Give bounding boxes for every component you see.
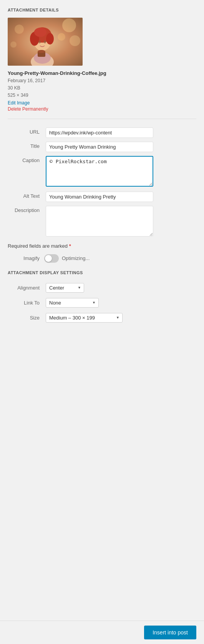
insert-into-post-button[interactable]: Insert into post: [144, 626, 196, 639]
alignment-select-wrapper: Center None Left Right: [46, 283, 84, 293]
svg-point-17: [38, 50, 45, 53]
url-label: URL: [8, 126, 44, 140]
svg-point-4: [15, 25, 24, 34]
imagify-row: Imagify Optimizing...: [8, 254, 196, 263]
size-row: Size Medium – 300 × 199 Thumbnail – 150 …: [8, 310, 196, 325]
display-form: Alignment Center None Left Right: [8, 280, 196, 325]
required-star: *: [69, 243, 71, 249]
alignment-row: Alignment Center None Left Right: [8, 280, 196, 295]
alignment-label: Alignment: [8, 280, 44, 295]
imagify-label: Imagify: [8, 255, 44, 261]
svg-point-3: [70, 35, 80, 46]
file-dimensions: 525 × 349: [8, 92, 196, 99]
imagify-status: Optimizing...: [62, 255, 90, 261]
alignment-select[interactable]: Center None Left Right: [46, 283, 84, 293]
description-row: Description: [8, 204, 196, 240]
toggle-knob: [45, 255, 52, 262]
svg-point-2: [58, 33, 65, 41]
alt-text-row: Alt Text: [8, 190, 196, 204]
size-select-wrapper: Medium – 300 × 199 Thumbnail – 150 × 150…: [46, 313, 123, 323]
title-row: Title: [8, 140, 196, 154]
attachment-form: URL Title Caption Alt Text: [8, 126, 196, 240]
imagify-content: Optimizing...: [44, 254, 90, 263]
svg-point-13: [34, 28, 46, 37]
imagify-toggle[interactable]: [44, 254, 59, 263]
description-textarea[interactable]: [46, 206, 153, 237]
caption-textarea[interactable]: [46, 156, 153, 187]
attachment-details-section: ATTACHMENT DETAILS: [8, 8, 196, 112]
svg-point-15: [44, 40, 46, 43]
linkto-row: Link To None Media File Attachment Page …: [8, 295, 196, 310]
linkto-select-wrapper: None Media File Attachment Page Custom U…: [46, 298, 99, 308]
url-input[interactable]: [46, 127, 153, 138]
description-label: Description: [8, 204, 44, 240]
size-label: Size: [8, 310, 44, 325]
title-label: Title: [8, 140, 44, 154]
svg-point-14: [38, 40, 41, 43]
file-date: February 16, 2017: [8, 77, 196, 84]
section-divider: [8, 119, 196, 119]
caption-label: Caption: [8, 154, 44, 190]
insert-button-bar: Insert into post: [0, 621, 204, 644]
display-settings-section: ATTACHMENT DISPLAY SETTINGS Alignment Ce…: [8, 270, 196, 325]
delete-image-link[interactable]: Delete Permanently: [8, 106, 196, 112]
svg-point-12: [46, 33, 54, 45]
edit-image-link[interactable]: Edit Image: [8, 100, 196, 106]
alt-text-input[interactable]: [46, 192, 153, 202]
required-note: Required fields are marked *: [8, 243, 196, 249]
url-row: URL: [8, 126, 196, 140]
attachment-image-preview: [8, 18, 83, 66]
size-select[interactable]: Medium – 300 × 199 Thumbnail – 150 × 150…: [46, 313, 123, 323]
file-size: 30 KB: [8, 84, 196, 92]
alt-text-label: Alt Text: [8, 190, 44, 204]
title-input[interactable]: [46, 142, 153, 152]
svg-point-5: [10, 41, 17, 48]
section-title: ATTACHMENT DETAILS: [8, 8, 196, 12]
file-name: Young-Pretty-Woman-Drinking-Coffee.jpg: [8, 70, 196, 76]
caption-row: Caption: [8, 154, 196, 190]
display-settings-title: ATTACHMENT DISPLAY SETTINGS: [8, 270, 196, 275]
linkto-select[interactable]: None Media File Attachment Page Custom U…: [46, 298, 99, 308]
linkto-label: Link To: [8, 295, 44, 310]
svg-point-1: [62, 18, 76, 32]
